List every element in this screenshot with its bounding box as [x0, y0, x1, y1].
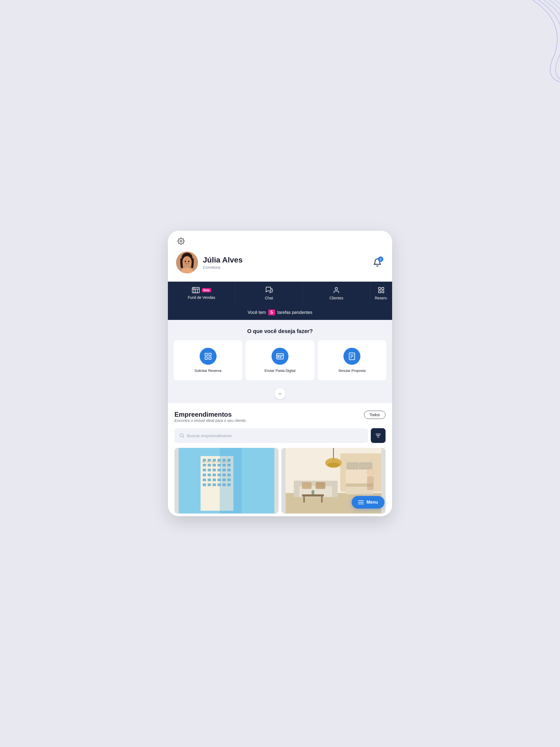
svg-rect-88: [294, 481, 299, 497]
chat-icon: [265, 287, 273, 294]
svg-line-30: [183, 436, 183, 437]
svg-rect-42: [203, 464, 206, 466]
pending-number: 5: [268, 310, 275, 315]
svg-rect-6: [192, 287, 199, 293]
svg-point-4: [185, 261, 186, 262]
emp-header: Empreendimentos Encontre o imóvel ideal …: [175, 411, 385, 427]
svg-rect-44: [213, 464, 216, 466]
notification-button[interactable]: 2: [371, 256, 384, 269]
background-decoration: [478, 0, 560, 82]
svg-rect-16: [205, 353, 207, 356]
svg-rect-78: [220, 448, 242, 514]
action-cards: Solicitar Reserva Enviar Pasta Digital: [173, 340, 387, 381]
enviar-pasta-card[interactable]: Enviar Pasta Digital: [245, 340, 314, 381]
reservas-icon: [378, 287, 385, 294]
pending-suffix: tarefas pendentes: [277, 310, 312, 315]
svg-rect-50: [213, 469, 216, 471]
floating-menu-button[interactable]: Menu: [352, 496, 384, 509]
beta-badge: Beta: [202, 288, 211, 292]
svg-rect-98: [347, 463, 358, 469]
search-icon: [179, 433, 184, 438]
settings-row: [176, 236, 384, 246]
emp-subtitle: Encontre o imóvel ideal para o seu clien…: [175, 418, 247, 423]
search-placeholder: Buscar empreendimento: [187, 433, 232, 438]
svg-rect-56: [213, 473, 216, 476]
profile-row: Júlia Alves Corretora 2: [176, 249, 384, 279]
svg-point-5: [188, 261, 189, 262]
search-input-wrap[interactable]: Buscar empreendimento: [175, 428, 368, 443]
device-frame: Júlia Alves Corretora 2: [168, 231, 392, 516]
profile-role: Corretora: [203, 265, 243, 269]
tab-chat-label: Chat: [265, 296, 273, 300]
tab-reservas[interactable]: Reserv.: [370, 282, 392, 305]
filter-icon: [375, 433, 381, 439]
tab-clientes[interactable]: Clientes: [303, 282, 370, 305]
enviar-pasta-label: Enviar Pasta Digital: [264, 368, 295, 373]
expand-section-btn[interactable]: [173, 386, 387, 400]
chevron-down-circle: [275, 388, 285, 399]
action-section: O que você deseja fazer? Solicitar Reser…: [168, 320, 392, 403]
notification-badge: 2: [378, 256, 383, 262]
emp-title: Empreendimentos: [175, 411, 247, 418]
property-building-image[interactable]: [175, 448, 279, 514]
emp-title-block: Empreendimentos Encontre o imóvel ideal …: [175, 411, 247, 427]
svg-rect-92: [302, 494, 324, 496]
svg-rect-43: [208, 464, 211, 466]
svg-rect-19: [209, 357, 211, 360]
todos-button[interactable]: Todos: [364, 411, 385, 419]
search-row: Buscar empreendimento: [175, 428, 385, 443]
settings-button[interactable]: [176, 236, 186, 246]
svg-rect-67: [208, 483, 211, 486]
clients-icon: [333, 287, 340, 294]
svg-rect-37: [208, 459, 211, 462]
svg-rect-62: [213, 479, 216, 481]
solicitar-reserva-label: Solicitar Reserva: [195, 368, 222, 373]
avatar: [176, 252, 198, 274]
floating-menu-label: Menu: [366, 500, 378, 505]
pending-prefix: Você tem: [248, 310, 266, 315]
svg-rect-93: [304, 496, 305, 503]
tab-chat[interactable]: Chat: [235, 282, 303, 305]
svg-rect-73: [206, 462, 210, 463]
svg-rect-18: [205, 357, 207, 360]
tab-funil-vendas[interactable]: Beta Funil de Vendas: [168, 282, 235, 305]
svg-rect-72: [202, 462, 205, 463]
svg-rect-60: [203, 479, 206, 481]
enviar-pasta-icon: [272, 348, 288, 365]
svg-rect-75: [216, 462, 220, 463]
svg-point-0: [180, 240, 182, 242]
svg-point-3: [183, 256, 192, 266]
svg-rect-99: [360, 463, 372, 469]
nav-tabs: Beta Funil de Vendas Chat Clientes: [168, 282, 392, 305]
solicitar-reserva-icon: [200, 348, 217, 365]
svg-rect-14: [378, 291, 381, 293]
svg-point-85: [328, 463, 339, 467]
svg-rect-49: [208, 469, 211, 471]
svg-rect-91: [316, 482, 325, 489]
tab-funil-label: Funil de Vendas: [188, 295, 215, 300]
svg-rect-12: [378, 287, 381, 289]
svg-rect-89: [332, 481, 338, 497]
solicitar-reserva-card[interactable]: Solicitar Reserva: [173, 340, 243, 381]
svg-point-11: [335, 287, 338, 290]
svg-rect-54: [203, 473, 206, 476]
profile-info: Júlia Alves Corretora: [203, 256, 243, 269]
svg-rect-74: [211, 462, 215, 463]
simular-proposta-card[interactable]: Simular Proposta: [317, 340, 387, 381]
tab-clientes-label: Clientes: [330, 296, 343, 300]
profile-name: Júlia Alves: [203, 256, 243, 264]
svg-rect-17: [209, 353, 211, 356]
svg-rect-68: [213, 483, 216, 486]
svg-rect-48: [203, 469, 206, 471]
svg-point-22: [278, 356, 279, 358]
tab-funil-icon-row: Beta: [192, 287, 211, 293]
filter-button[interactable]: [371, 428, 385, 443]
hamburger-icon: [358, 500, 364, 505]
svg-rect-55: [208, 473, 211, 476]
svg-rect-15: [382, 291, 384, 293]
svg-rect-61: [208, 479, 211, 481]
svg-rect-36: [203, 459, 206, 462]
svg-rect-95: [312, 490, 314, 494]
svg-rect-103: [367, 476, 374, 490]
action-title: O que você deseja fazer?: [173, 328, 387, 334]
